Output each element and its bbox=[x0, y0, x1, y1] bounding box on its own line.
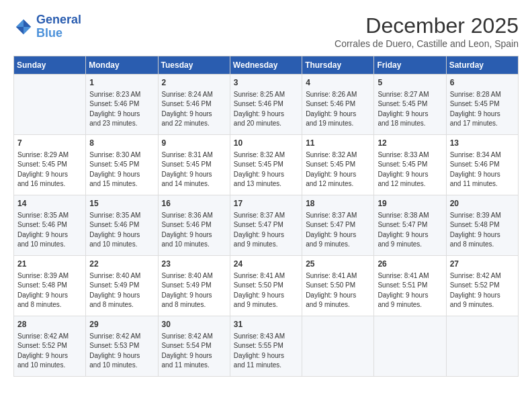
calendar-cell: 13Sunrise: 8:34 AMSunset: 5:46 PMDayligh… bbox=[446, 135, 518, 195]
day-info: Sunrise: 8:39 AMSunset: 5:48 PMDaylight:… bbox=[17, 271, 82, 310]
calendar-cell: 23Sunrise: 8:40 AMSunset: 5:49 PMDayligh… bbox=[158, 256, 230, 316]
day-number: 5 bbox=[378, 77, 442, 89]
calendar-cell: 22Sunrise: 8:40 AMSunset: 5:49 PMDayligh… bbox=[86, 256, 158, 316]
day-info: Sunrise: 8:40 AMSunset: 5:49 PMDaylight:… bbox=[162, 271, 226, 310]
page-header: General Blue December 2025 Corrales de D… bbox=[13, 13, 519, 49]
logo: General Blue bbox=[13, 13, 81, 40]
day-number: 4 bbox=[306, 77, 370, 89]
day-number: 11 bbox=[306, 138, 370, 149]
day-number: 9 bbox=[162, 138, 226, 149]
day-number: 21 bbox=[17, 259, 82, 270]
calendar-cell: 19Sunrise: 8:38 AMSunset: 5:47 PMDayligh… bbox=[374, 195, 446, 256]
day-number: 26 bbox=[378, 259, 442, 270]
calendar-cell: 29Sunrise: 8:42 AMSunset: 5:53 PMDayligh… bbox=[86, 316, 158, 377]
calendar-cell: 18Sunrise: 8:37 AMSunset: 5:47 PMDayligh… bbox=[302, 195, 374, 256]
day-number: 13 bbox=[450, 138, 515, 149]
calendar-cell: 9Sunrise: 8:31 AMSunset: 5:45 PMDaylight… bbox=[158, 135, 230, 195]
calendar-cell: 14Sunrise: 8:35 AMSunset: 5:46 PMDayligh… bbox=[14, 195, 86, 256]
day-info: Sunrise: 8:32 AMSunset: 5:45 PMDaylight:… bbox=[306, 150, 370, 189]
day-number: 27 bbox=[450, 259, 515, 270]
day-number: 16 bbox=[162, 198, 226, 210]
day-number: 3 bbox=[234, 77, 298, 89]
calendar-cell: 27Sunrise: 8:42 AMSunset: 5:52 PMDayligh… bbox=[446, 256, 518, 316]
day-info: Sunrise: 8:38 AMSunset: 5:47 PMDaylight:… bbox=[378, 211, 442, 250]
day-info: Sunrise: 8:36 AMSunset: 5:46 PMDaylight:… bbox=[162, 211, 226, 250]
calendar-cell: 30Sunrise: 8:42 AMSunset: 5:54 PMDayligh… bbox=[158, 316, 230, 377]
day-info: Sunrise: 8:42 AMSunset: 5:54 PMDaylight:… bbox=[162, 332, 226, 371]
day-info: Sunrise: 8:42 AMSunset: 5:52 PMDaylight:… bbox=[450, 271, 515, 310]
calendar-cell: 28Sunrise: 8:42 AMSunset: 5:52 PMDayligh… bbox=[14, 316, 86, 377]
day-number: 17 bbox=[234, 198, 298, 210]
logo-text: General Blue bbox=[36, 13, 81, 40]
day-number: 25 bbox=[306, 259, 370, 270]
calendar-cell: 5Sunrise: 8:27 AMSunset: 5:45 PMDaylight… bbox=[374, 75, 446, 135]
calendar-cell: 1Sunrise: 8:23 AMSunset: 5:46 PMDaylight… bbox=[86, 75, 158, 135]
day-number: 22 bbox=[89, 259, 154, 270]
calendar-cell: 31Sunrise: 8:43 AMSunset: 5:55 PMDayligh… bbox=[230, 316, 302, 377]
day-number: 15 bbox=[89, 198, 154, 210]
day-info: Sunrise: 8:37 AMSunset: 5:47 PMDaylight:… bbox=[306, 211, 370, 250]
calendar-cell: 20Sunrise: 8:39 AMSunset: 5:48 PMDayligh… bbox=[446, 195, 518, 256]
day-info: Sunrise: 8:28 AMSunset: 5:45 PMDaylight:… bbox=[450, 90, 515, 129]
day-info: Sunrise: 8:37 AMSunset: 5:47 PMDaylight:… bbox=[234, 211, 298, 250]
day-number: 29 bbox=[89, 319, 154, 330]
day-info: Sunrise: 8:33 AMSunset: 5:45 PMDaylight:… bbox=[378, 150, 442, 189]
calendar-header: SundayMondayTuesdayWednesdayThursdayFrid… bbox=[14, 56, 519, 75]
day-info: Sunrise: 8:27 AMSunset: 5:45 PMDaylight:… bbox=[378, 90, 442, 129]
day-number: 24 bbox=[234, 259, 298, 270]
day-number: 6 bbox=[450, 77, 515, 89]
calendar-cell: 2Sunrise: 8:24 AMSunset: 5:46 PMDaylight… bbox=[158, 75, 230, 135]
day-number: 8 bbox=[89, 138, 154, 149]
day-number: 18 bbox=[306, 198, 370, 210]
calendar-cell bbox=[446, 316, 518, 377]
day-number: 20 bbox=[450, 198, 515, 210]
day-info: Sunrise: 8:41 AMSunset: 5:50 PMDaylight:… bbox=[306, 271, 370, 310]
calendar-cell: 7Sunrise: 8:29 AMSunset: 5:45 PMDaylight… bbox=[14, 135, 86, 195]
calendar-cell: 4Sunrise: 8:26 AMSunset: 5:46 PMDaylight… bbox=[302, 75, 374, 135]
calendar-week-5: 28Sunrise: 8:42 AMSunset: 5:52 PMDayligh… bbox=[14, 316, 519, 377]
calendar-cell: 17Sunrise: 8:37 AMSunset: 5:47 PMDayligh… bbox=[230, 195, 302, 256]
day-number: 14 bbox=[17, 198, 82, 210]
calendar-cell: 21Sunrise: 8:39 AMSunset: 5:48 PMDayligh… bbox=[14, 256, 86, 316]
day-number: 12 bbox=[378, 138, 442, 149]
day-info: Sunrise: 8:26 AMSunset: 5:46 PMDaylight:… bbox=[306, 90, 370, 129]
calendar-cell: 24Sunrise: 8:41 AMSunset: 5:50 PMDayligh… bbox=[230, 256, 302, 316]
day-info: Sunrise: 8:25 AMSunset: 5:46 PMDaylight:… bbox=[234, 90, 298, 129]
weekday-header-monday: Monday bbox=[86, 56, 158, 75]
svg-marker-3 bbox=[16, 27, 24, 34]
calendar-week-1: 1Sunrise: 8:23 AMSunset: 5:46 PMDaylight… bbox=[14, 75, 519, 135]
day-info: Sunrise: 8:41 AMSunset: 5:51 PMDaylight:… bbox=[378, 271, 442, 310]
calendar-cell: 15Sunrise: 8:35 AMSunset: 5:46 PMDayligh… bbox=[86, 195, 158, 256]
day-number: 23 bbox=[162, 259, 226, 270]
day-info: Sunrise: 8:35 AMSunset: 5:46 PMDaylight:… bbox=[17, 211, 82, 250]
day-info: Sunrise: 8:39 AMSunset: 5:48 PMDaylight:… bbox=[450, 211, 515, 250]
day-info: Sunrise: 8:40 AMSunset: 5:49 PMDaylight:… bbox=[89, 271, 154, 310]
weekday-header-saturday: Saturday bbox=[446, 56, 518, 75]
calendar-week-2: 7Sunrise: 8:29 AMSunset: 5:45 PMDaylight… bbox=[14, 135, 519, 195]
calendar-week-3: 14Sunrise: 8:35 AMSunset: 5:46 PMDayligh… bbox=[14, 195, 519, 256]
location-subtitle: Corrales de Duero, Castille and Leon, Sp… bbox=[335, 38, 519, 49]
logo-icon bbox=[13, 17, 34, 37]
day-number: 2 bbox=[162, 77, 226, 89]
title-block: December 2025 Corrales de Duero, Castill… bbox=[335, 13, 519, 49]
day-info: Sunrise: 8:43 AMSunset: 5:55 PMDaylight:… bbox=[234, 332, 298, 371]
day-number: 28 bbox=[17, 319, 82, 330]
calendar-cell: 16Sunrise: 8:36 AMSunset: 5:46 PMDayligh… bbox=[158, 195, 230, 256]
svg-marker-0 bbox=[24, 19, 31, 27]
day-info: Sunrise: 8:32 AMSunset: 5:45 PMDaylight:… bbox=[234, 150, 298, 189]
calendar-cell: 3Sunrise: 8:25 AMSunset: 5:46 PMDaylight… bbox=[230, 75, 302, 135]
day-info: Sunrise: 8:41 AMSunset: 5:50 PMDaylight:… bbox=[234, 271, 298, 310]
calendar-cell bbox=[302, 316, 374, 377]
calendar-cell bbox=[14, 75, 86, 135]
day-number: 30 bbox=[162, 319, 226, 330]
svg-marker-1 bbox=[24, 27, 31, 34]
calendar-cell bbox=[374, 316, 446, 377]
day-info: Sunrise: 8:31 AMSunset: 5:45 PMDaylight:… bbox=[162, 150, 226, 189]
day-number: 7 bbox=[17, 138, 82, 149]
day-number: 31 bbox=[234, 319, 298, 330]
day-info: Sunrise: 8:35 AMSunset: 5:46 PMDaylight:… bbox=[89, 211, 154, 250]
weekday-header-friday: Friday bbox=[374, 56, 446, 75]
day-info: Sunrise: 8:34 AMSunset: 5:46 PMDaylight:… bbox=[450, 150, 515, 189]
weekday-header-wednesday: Wednesday bbox=[230, 56, 302, 75]
calendar-cell: 12Sunrise: 8:33 AMSunset: 5:45 PMDayligh… bbox=[374, 135, 446, 195]
